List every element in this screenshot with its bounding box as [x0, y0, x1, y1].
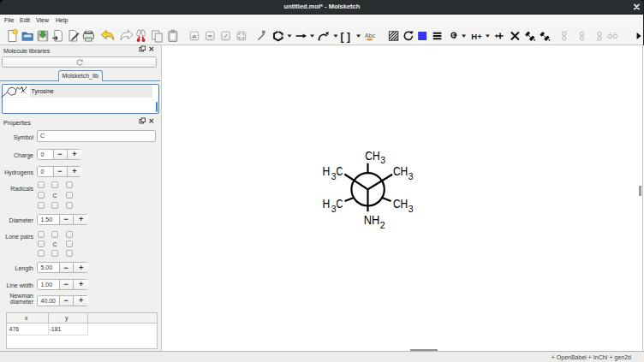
svg-text:2: 2 [380, 220, 385, 230]
svg-text:H: H [322, 197, 330, 211]
svg-text:H: H [322, 164, 330, 178]
svg-text:3: 3 [408, 204, 414, 214]
svg-text:3: 3 [408, 171, 414, 181]
svg-text:CH: CH [393, 197, 408, 211]
svg-text:C: C [336, 164, 343, 178]
svg-text:CH: CH [393, 164, 408, 178]
svg-text:3: 3 [380, 155, 385, 165]
svg-text:CH: CH [365, 149, 379, 163]
svg-text:C: C [336, 197, 343, 211]
svg-text:NH: NH [364, 213, 380, 227]
